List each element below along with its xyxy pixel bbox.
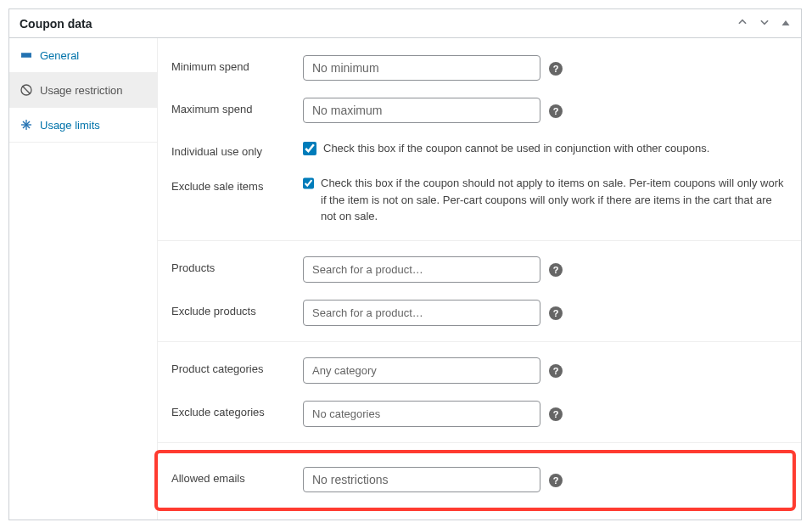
section-divider: [158, 442, 801, 443]
coupon-data-panel: Coupon data General: [8, 8, 802, 520]
help-icon[interactable]: ?: [549, 263, 563, 277]
row-allowed-emails: Allowed emails ?: [158, 458, 792, 501]
svg-line-2: [22, 86, 30, 93]
row-exclude-categories: Exclude categories No categories ?: [158, 392, 801, 435]
coupon-icon: [20, 48, 33, 62]
help-icon[interactable]: ?: [549, 474, 563, 487]
label-exclude-categories: Exclude categories: [171, 401, 303, 418]
individual-use-desc: Check this box if the coupon cannot be u…: [323, 140, 709, 157]
minimum-spend-input[interactable]: [303, 55, 540, 81]
content-area: Minimum spend ? Maximum spend ? Individu…: [158, 38, 801, 520]
label-allowed-emails: Allowed emails: [171, 467, 303, 485]
label-exclude-sale: Exclude sale items: [171, 175, 303, 193]
sidebar-item-usage-restriction[interactable]: Usage restriction: [9, 73, 157, 108]
highlight-allowed-emails: Allowed emails ?: [154, 450, 796, 511]
sidebar-item-usage-limits[interactable]: Usage limits: [9, 108, 157, 143]
row-exclude-products: Exclude products Search for a product… ?: [158, 291, 801, 334]
row-exclude-sale: Exclude sale items Check this box if the…: [158, 166, 801, 233]
help-icon[interactable]: ?: [549, 62, 563, 76]
label-minimum-spend: Minimum spend: [171, 55, 303, 73]
label-products: Products: [171, 256, 303, 274]
exclude-sale-desc: Check this box if the coupon should not …: [321, 175, 787, 225]
sidebar-item-label: General: [40, 49, 79, 62]
allowed-emails-input[interactable]: [303, 467, 540, 492]
help-icon[interactable]: ?: [549, 306, 563, 320]
individual-use-checkbox[interactable]: [303, 142, 316, 155]
label-individual-use: Individual use only: [171, 140, 303, 158]
label-exclude-products: Exclude products: [171, 300, 303, 317]
exclude-sale-checkbox[interactable]: [303, 177, 314, 190]
limits-icon: [20, 118, 33, 132]
restriction-icon: [20, 83, 33, 97]
move-down-icon[interactable]: [759, 16, 770, 31]
row-product-categories: Product categories Any category ?: [158, 349, 801, 392]
label-maximum-spend: Maximum spend: [171, 98, 303, 115]
label-product-categories: Product categories: [171, 357, 303, 375]
row-products: Products Search for a product… ?: [158, 248, 801, 291]
panel-body: General Usage restriction Usage limits M…: [9, 38, 801, 520]
exclude-products-select[interactable]: Search for a product…: [303, 300, 540, 326]
toggle-panel-icon[interactable]: [781, 17, 791, 31]
panel-title: Coupon data: [20, 17, 92, 31]
row-individual-use: Individual use only Check this box if th…: [158, 132, 801, 166]
maximum-spend-input[interactable]: [303, 98, 540, 123]
panel-header: Coupon data: [9, 9, 801, 38]
help-icon[interactable]: ?: [549, 104, 563, 118]
product-categories-select[interactable]: Any category: [303, 357, 540, 384]
section-divider: [158, 341, 801, 342]
products-select[interactable]: Search for a product…: [303, 256, 540, 283]
sidebar: General Usage restriction Usage limits: [9, 38, 158, 520]
help-icon[interactable]: ?: [549, 407, 563, 421]
section-divider: [158, 240, 801, 241]
exclude-categories-select[interactable]: No categories: [303, 401, 540, 427]
sidebar-item-general[interactable]: General: [9, 38, 157, 73]
row-maximum-spend: Maximum spend ?: [158, 89, 801, 132]
move-up-icon[interactable]: [736, 16, 748, 31]
sidebar-item-label: Usage limits: [40, 119, 100, 132]
svg-marker-0: [782, 20, 790, 25]
sidebar-item-label: Usage restriction: [40, 84, 123, 97]
row-minimum-spend: Minimum spend ?: [158, 47, 801, 89]
help-icon[interactable]: ?: [549, 364, 563, 378]
panel-controls: [736, 16, 791, 31]
